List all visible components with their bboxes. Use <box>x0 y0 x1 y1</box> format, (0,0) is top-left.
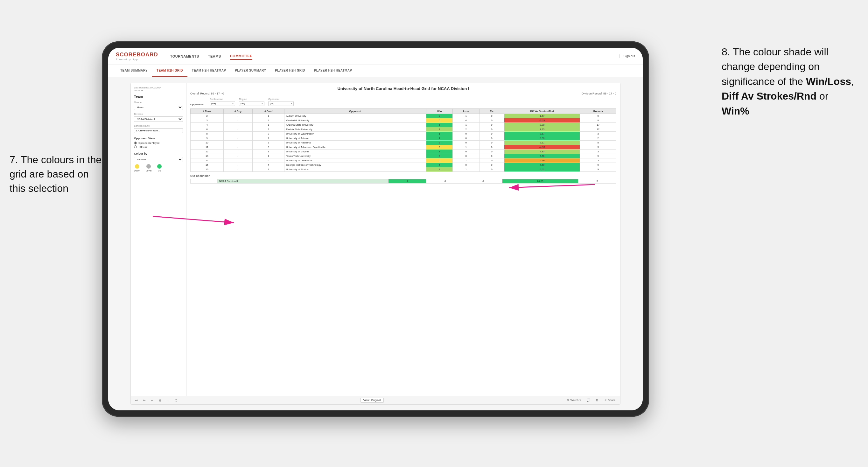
cell-tie: 0 <box>479 114 504 118</box>
table-row: 3 - 2 Vanderbilt University 0 4 0 -2.29 … <box>191 118 616 123</box>
ood-diff: 26.00 <box>502 179 578 184</box>
cell-reg: - <box>223 136 252 141</box>
cell-win: 3 <box>426 167 453 172</box>
cell-win: 4 <box>426 127 453 132</box>
legend-up-circle <box>157 164 162 168</box>
th-rounds: Rounds <box>580 109 616 114</box>
cell-diff: -1.00 <box>504 158 580 163</box>
cell-tie: 0 <box>479 145 504 150</box>
toolbar-redo[interactable]: ↪ <box>142 398 147 403</box>
nav-committee[interactable]: COMMITTEE <box>230 53 253 60</box>
annotation-right-text: 8. The colour shade will change dependin… <box>722 46 854 117</box>
cell-tie: 0 <box>479 123 504 127</box>
cell-rank: 8 <box>191 132 224 136</box>
cell-tie: 0 <box>479 136 504 141</box>
cell-conf: 1 <box>253 136 284 141</box>
cell-rounds: 3 <box>580 150 616 154</box>
filter-row: Opponents: Conference (All) Reg <box>190 98 616 106</box>
cell-opponent: University of Alabama <box>284 141 426 145</box>
cell-rounds: 9 <box>580 167 616 172</box>
th-reg: # Reg <box>223 109 252 114</box>
toolbar-back[interactable]: ↔ <box>149 398 155 403</box>
cell-opponent: Florida State University <box>284 127 426 132</box>
opponent-filter-label: Opponent <box>268 98 294 100</box>
radio-opponents-played[interactable]: Opponents Played <box>134 142 183 145</box>
sub-nav-team-summary[interactable]: TEAM SUMMARY <box>116 65 152 77</box>
legend-down-label: Down <box>134 169 140 172</box>
toolbar-clock[interactable]: ⏱ <box>174 398 179 403</box>
th-opponent: Opponent <box>284 109 426 114</box>
school-input[interactable] <box>134 128 183 133</box>
cell-win: 1 <box>426 136 453 141</box>
legend-down: Down <box>134 164 140 172</box>
cell-opponent: University of Virginia <box>284 150 426 154</box>
cell-win: 5 <box>426 163 453 167</box>
cell-rank: 9 <box>191 136 224 141</box>
gender-select[interactable]: Men's <box>134 105 183 110</box>
toolbar-undo[interactable]: ↩ <box>134 398 139 403</box>
table-row: 14 - 6 University of Oklahoma 0 1 0 -1.0… <box>191 158 616 163</box>
th-rank: # Rank <box>191 109 224 114</box>
sub-nav-player-h2h-grid[interactable]: PLAYER H2H GRID <box>271 65 310 77</box>
cell-loss: 0 <box>453 150 479 154</box>
cell-opponent: University of Washington <box>284 132 426 136</box>
colour-by-select[interactable]: Win/loss <box>134 157 183 162</box>
cell-loss: 1 <box>453 123 479 127</box>
cell-tie: 0 <box>479 150 504 154</box>
cell-reg: - <box>223 118 252 123</box>
cell-win: 1 <box>426 132 453 136</box>
out-of-division-label: Out of division <box>190 174 616 178</box>
conference-filter-label: Conference <box>210 98 235 100</box>
sub-nav-player-h2h-heatmap[interactable]: PLAYER H2H HEATMAP <box>310 65 356 77</box>
conference-filter: Conference (All) <box>210 98 235 106</box>
cell-loss: 0 <box>453 132 479 136</box>
conference-select[interactable]: (All) <box>210 101 235 106</box>
cell-rank: 4 <box>191 123 224 127</box>
out-of-division-row: NCAA Division II 1 0 0 26.00 3 <box>191 179 616 184</box>
cell-rank: 16 <box>191 167 224 172</box>
cell-reg: - <box>223 167 252 172</box>
cell-reg: - <box>223 158 252 163</box>
toolbar-more[interactable]: ⋯ <box>165 398 171 403</box>
cell-reg: - <box>223 154 252 158</box>
sub-nav-player-summary[interactable]: PLAYER SUMMARY <box>230 65 271 77</box>
watch-button[interactable]: 👁 Watch ▾ <box>565 398 583 402</box>
nav-teams[interactable]: TEAMS <box>208 53 221 60</box>
opponent-select[interactable]: (All) <box>268 101 294 106</box>
cell-tie: 0 <box>479 163 504 167</box>
sub-nav-team-h2h-heatmap[interactable]: TEAM H2H HEATMAP <box>187 65 230 77</box>
cell-win: 0 <box>426 118 453 123</box>
radio-top100[interactable]: Top 100 <box>134 145 183 148</box>
cell-diff: 3.67 <box>504 132 580 136</box>
division-record: Division Record: 88 - 17 - 0 <box>582 92 616 95</box>
opponents-label: Opponents: <box>190 103 205 106</box>
radio-opponents-played-dot <box>134 142 137 145</box>
comment-button[interactable]: 💬 <box>585 398 592 402</box>
table-row: 2 - 1 Auburn University 2 1 0 1.67 9 <box>191 114 616 118</box>
ood-name: NCAA Division II <box>217 179 388 184</box>
nav-tournaments[interactable]: TOURNAMENTS <box>170 53 199 60</box>
sub-nav-team-h2h-grid[interactable]: TEAM H2H GRID <box>152 65 187 77</box>
opponent-filter: Opponent (All) <box>268 98 294 106</box>
th-tie: Tie <box>479 109 504 114</box>
school-label: School (Rank) <box>134 124 183 127</box>
table-row: 12 - 3 University of Virginia 1 0 0 2.33… <box>191 150 616 154</box>
app-header: SCOREBOARD Powered by clippd TOURNAMENTS… <box>108 48 643 65</box>
region-select[interactable]: (All) <box>239 101 265 106</box>
cell-rank: 6 <box>191 127 224 132</box>
legend-up: Up <box>157 164 162 172</box>
cell-loss: 2 <box>453 127 479 132</box>
cell-diff: 6.62 <box>504 167 580 172</box>
radio-top100-dot <box>134 145 137 148</box>
cell-win: 3 <box>426 141 453 145</box>
toolbar-copy[interactable]: ⊕ <box>157 398 163 403</box>
table-row: 11 - 6 University of Arkansas, Fayettevi… <box>191 145 616 150</box>
share-button[interactable]: ↗ Share <box>602 398 617 402</box>
view-original-button[interactable]: View: Original <box>361 398 384 403</box>
division-select[interactable]: NCAA Division I <box>134 117 183 122</box>
grid-button[interactable]: ⊞ <box>594 398 600 402</box>
colour-by-title: Colour by <box>134 152 183 155</box>
sign-out-button[interactable]: Sign out <box>619 54 635 58</box>
cell-rounds: 2 <box>580 136 616 141</box>
sub-nav: TEAM SUMMARY TEAM H2H GRID TEAM H2H HEAT… <box>108 65 643 77</box>
